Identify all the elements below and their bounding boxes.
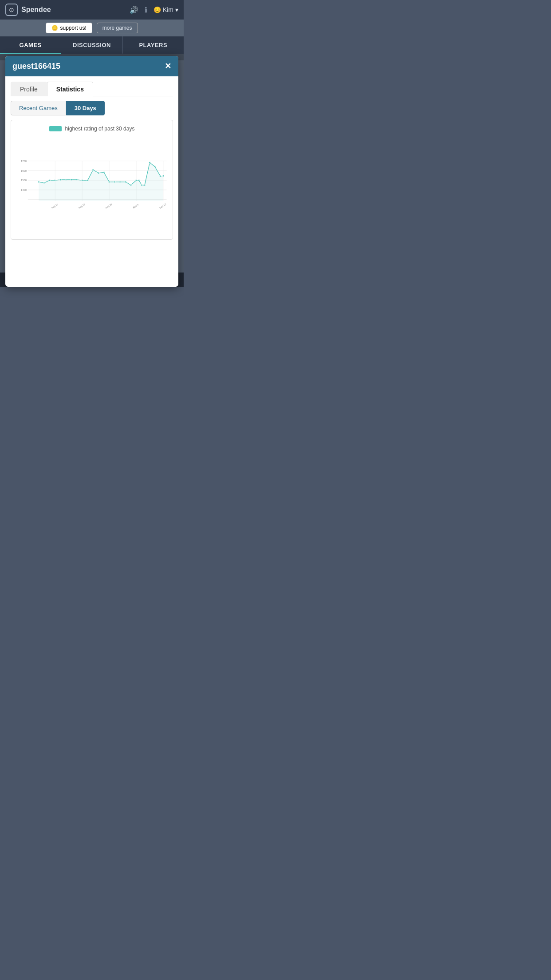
- coin-icon: 🪙: [51, 25, 58, 31]
- svg-point-34: [114, 181, 116, 183]
- nav-tab-players[interactable]: PLAYERS: [123, 36, 184, 54]
- svg-point-37: [130, 184, 132, 186]
- top-bar-right: 🔊 ℹ 😊 Kim ▾: [130, 6, 178, 14]
- nav-tab-discussion[interactable]: DISCUSSION: [61, 36, 122, 54]
- chart-container: highest rating of past 30 days: [11, 120, 173, 240]
- svg-point-22: [49, 179, 51, 181]
- logo-icon: ⊙: [9, 6, 14, 13]
- svg-point-27: [76, 179, 78, 181]
- modal: guest166415 ✕ Profile Statistics: [5, 56, 178, 287]
- svg-point-23: [54, 179, 56, 181]
- nav-tab-games[interactable]: GAMES: [0, 36, 61, 54]
- svg-point-29: [87, 179, 89, 181]
- app-logo: ⊙: [5, 4, 18, 16]
- chart-legend: highest rating of past 30 days: [15, 126, 169, 132]
- svg-text:1700: 1700: [21, 160, 27, 162]
- more-games-button[interactable]: more games: [97, 23, 138, 33]
- svg-point-31: [98, 172, 99, 174]
- svg-point-36: [125, 181, 126, 183]
- chart-svg: 1700 1600 1500 1400 Aug 15 Aug 22 Aug 29…: [15, 136, 169, 234]
- svg-point-32: [103, 171, 105, 173]
- svg-point-44: [160, 175, 161, 177]
- svg-text:Sep 12: Sep 12: [159, 203, 167, 209]
- user-menu[interactable]: 😊 Kim ▾: [153, 6, 178, 13]
- modal-close-button[interactable]: ✕: [165, 61, 171, 71]
- svg-point-30: [92, 169, 94, 171]
- svg-text:Aug 29: Aug 29: [105, 203, 113, 209]
- svg-point-28: [81, 179, 83, 181]
- legend-color-box: [49, 126, 62, 131]
- tab-profile[interactable]: Profile: [11, 82, 47, 96]
- svg-text:Aug 15: Aug 15: [51, 203, 59, 209]
- volume-icon[interactable]: 🔊: [130, 6, 138, 14]
- legend-label: highest rating of past 30 days: [65, 126, 135, 132]
- svg-point-45: [162, 175, 164, 177]
- svg-point-42: [149, 162, 151, 164]
- svg-text:1600: 1600: [21, 170, 27, 172]
- svg-point-38: [135, 179, 137, 181]
- main-content: guest166415 ✕ Profile Statistics: [0, 54, 184, 287]
- sub-tab-30-days[interactable]: 30 Days: [66, 101, 105, 115]
- svg-marker-19: [39, 162, 163, 201]
- svg-point-40: [141, 184, 143, 186]
- more-games-label: more games: [102, 25, 132, 31]
- svg-point-43: [154, 166, 156, 167]
- info-icon[interactable]: ℹ: [145, 6, 147, 14]
- svg-point-25: [65, 179, 67, 181]
- svg-point-33: [108, 181, 110, 183]
- profile-tabs: Profile Statistics: [11, 82, 173, 96]
- svg-point-20: [38, 181, 39, 183]
- modal-body: Profile Statistics Recent Games 30 Days: [5, 76, 178, 287]
- username: Kim: [163, 6, 173, 13]
- top-bar-left: ⊙ Spendee: [5, 4, 51, 16]
- modal-header: guest166415 ✕: [5, 56, 178, 76]
- tab-statistics[interactable]: Statistics: [47, 82, 93, 96]
- top-bar: ⊙ Spendee 🔊 ℹ 😊 Kim ▾: [0, 0, 184, 20]
- svg-point-21: [43, 182, 45, 184]
- svg-text:Sep 5: Sep 5: [132, 203, 139, 209]
- sub-tab-recent-games[interactable]: Recent Games: [11, 101, 66, 115]
- svg-text:1400: 1400: [21, 189, 27, 191]
- app-title: Spendee: [21, 6, 51, 14]
- support-banner: 🪙 support us! more games: [0, 20, 184, 36]
- support-label: support us!: [60, 25, 86, 31]
- support-button[interactable]: 🪙 support us!: [46, 23, 92, 33]
- svg-point-35: [119, 181, 121, 183]
- user-avatar-icon: 😊: [153, 6, 161, 13]
- svg-text:1500: 1500: [21, 179, 27, 182]
- svg-text:Aug 22: Aug 22: [78, 203, 86, 209]
- svg-point-26: [71, 179, 72, 181]
- svg-point-24: [59, 179, 61, 181]
- modal-overlay: guest166415 ✕ Profile Statistics: [0, 54, 184, 287]
- nav-tabs: GAMES DISCUSSION PLAYERS: [0, 36, 184, 54]
- modal-title: guest166415: [12, 62, 60, 71]
- svg-point-41: [144, 184, 146, 186]
- sub-tabs: Recent Games 30 Days: [11, 101, 173, 115]
- dropdown-icon: ▾: [175, 6, 178, 13]
- svg-point-39: [138, 179, 140, 181]
